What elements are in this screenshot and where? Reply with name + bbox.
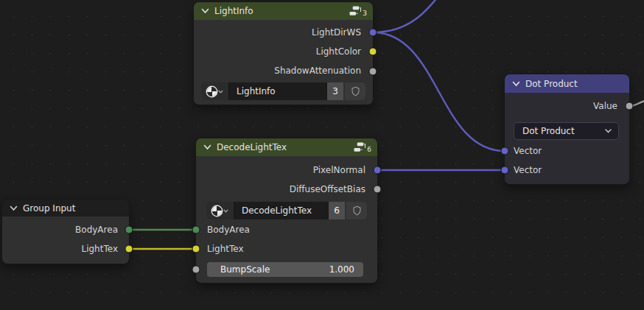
socket-in-vector-2[interactable] [501,166,509,175]
nodegroup-user-count-button[interactable]: 3 [326,82,343,100]
socket-out-diffuseoffsetbias[interactable] [374,186,382,194]
nodetree-users-badge: 3 [349,6,367,17]
output-label: PixelNormal [313,165,365,175]
socket-out-value[interactable] [626,102,634,110]
output-label: DiffuseOffsetBias [290,184,365,194]
socket-out-shadowattenuation[interactable] [369,68,377,76]
output-label: LightColor [316,46,361,57]
chevron-down-icon [218,90,223,94]
node-title: Dot Product [525,79,623,89]
socket-in-vector-1[interactable] [501,147,509,155]
output-label: ShadowAttenuation [274,66,361,76]
chevron-down-icon [223,209,228,213]
nodetree-icon [349,6,362,17]
fake-user-toggle[interactable] [345,82,365,100]
bumpscale-slider[interactable]: BumpScale 1.000 [207,262,363,277]
socket-in-lighttex[interactable] [192,245,200,253]
node-lightinfo[interactable]: LightInfo 3 LightDirWS LightColor Shadow… [194,2,373,105]
shield-icon [351,86,360,96]
input-label: LightTex [207,244,244,254]
collapse-chevron-icon[interactable] [201,8,209,14]
input-label: BodyArea [207,225,250,235]
node-decodelighttex-header[interactable]: DecodeLightTex 6 [196,138,377,156]
socket-out-lighttex[interactable] [125,245,133,253]
output-row: ShadowAttenuation [194,61,373,80]
operation-dropdown[interactable]: Dot Product [514,122,619,140]
input-row: LightTex [196,239,377,258]
socket-out-bodyarea[interactable] [125,226,133,234]
output-row: DiffuseOffsetBias [196,180,377,199]
input-row: Vector [505,141,629,161]
output-row: PixelNormal [196,161,377,180]
nodetree-user-count: 6 [367,147,371,153]
input-row: Vector [505,161,629,180]
socket-in-bumpscale[interactable] [192,266,200,274]
browse-nodegroup-button[interactable] [206,202,234,219]
output-row: Value [505,96,629,116]
socket-out-lightdirws[interactable] [369,29,377,37]
wire-lightdirws-vector1[interactable] [373,32,505,151]
node-group-input[interactable]: Group Input BodyArea LightTex [2,200,129,264]
output-label: LightTex [81,244,118,254]
collapse-chevron-icon[interactable] [512,81,520,87]
nodetree-users-badge: 6 [354,142,371,153]
nodetree-sphere-icon [207,87,217,96]
output-row: BodyArea [2,220,129,239]
fake-user-toggle[interactable] [346,202,367,219]
socket-in-bodyarea[interactable] [192,226,200,234]
node-group-input-header[interactable]: Group Input [2,200,129,216]
operation-value: Dot Product [522,126,575,136]
nodetree-sphere-icon [212,206,222,216]
wire-lightdirws-offscreen[interactable] [373,0,451,32]
output-row: LightColor [194,42,373,61]
node-group-selector: DecodeLightTex 6 [206,202,367,219]
input-label: Vector [514,165,542,175]
nodegroup-name-field[interactable]: LightInfo [229,82,326,100]
output-label: Value [593,101,617,111]
browse-nodegroup-button[interactable] [201,82,229,100]
collapse-chevron-icon[interactable] [203,144,211,150]
output-label: BodyArea [75,225,118,235]
node-title: LightInfo [214,6,349,16]
nodetree-icon [354,142,366,153]
node-dot-product-header[interactable]: Dot Product [505,74,629,93]
collapse-chevron-icon[interactable] [10,205,18,211]
socket-out-pixelnormal[interactable] [374,166,382,175]
node-decodelighttex[interactable]: DecodeLightTex 6 PixelNormal DiffuseOffs… [196,138,377,283]
slider-label: BumpScale [220,264,270,275]
nodetree-user-count: 3 [363,10,367,17]
node-title: Group Input [23,203,123,214]
node-group-selector: LightInfo 3 [201,82,365,100]
node-editor-canvas[interactable]: LightInfo 3 LightDirWS LightColor Shadow… [0,0,644,310]
chevron-down-icon [605,129,612,133]
slider-value: 1.000 [329,264,354,275]
input-label: Vector [514,146,542,156]
output-label: LightDirWS [312,27,361,38]
node-lightinfo-header[interactable]: LightInfo 3 [194,2,373,20]
output-row: LightTex [2,239,129,258]
node-dot-product[interactable]: Dot Product Value Dot Product Vector Vec… [505,74,629,184]
shield-icon [352,205,362,216]
nodegroup-user-count-button[interactable]: 6 [328,202,345,219]
node-title: DecodeLightTex [217,142,354,152]
socket-out-lightcolor[interactable] [369,48,377,56]
output-row: LightDirWS [194,23,373,42]
nodegroup-name-field[interactable]: DecodeLightTex [234,202,328,219]
input-row: BodyArea [196,220,377,239]
